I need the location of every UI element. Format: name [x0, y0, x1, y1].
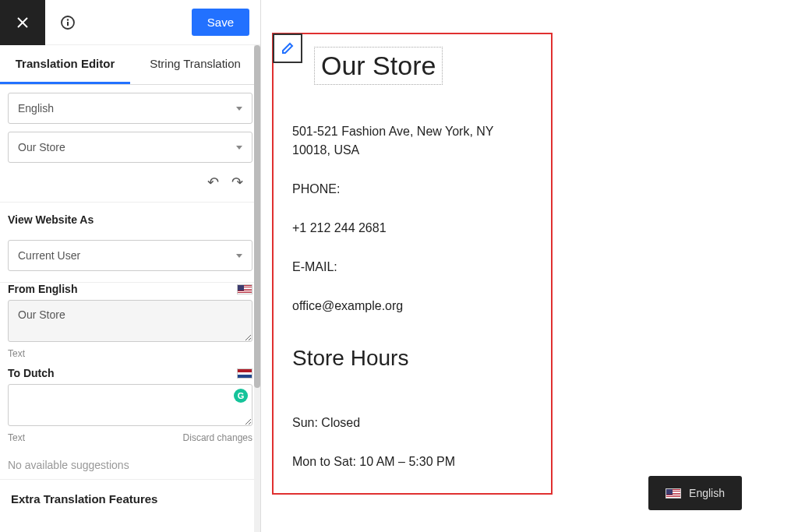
email-text[interactable]: office@example.org	[292, 297, 532, 315]
edit-block-button[interactable]	[273, 33, 302, 63]
save-button[interactable]: Save	[192, 9, 249, 36]
tabs: Translation Editor String Translation	[0, 45, 260, 85]
language-select[interactable]: English	[8, 93, 252, 124]
discard-changes-link[interactable]: Discard changes	[183, 432, 252, 443]
close-icon	[16, 16, 30, 30]
source-type: Text	[8, 348, 25, 359]
source-textarea	[8, 300, 252, 342]
view-as-section: View Website As Current User	[0, 203, 260, 283]
pencil-icon	[281, 41, 295, 55]
info-icon	[60, 15, 76, 30]
address-text[interactable]: 501-521 Fashion Ave, New York, NY 10018,…	[292, 122, 532, 160]
topbar: Save	[0, 0, 260, 45]
target-label: To Dutch	[8, 367, 55, 379]
flag-nl-icon	[237, 368, 252, 379]
phone-label[interactable]: PHONE:	[292, 180, 532, 199]
chevron-down-icon	[236, 146, 242, 150]
svg-point-3	[67, 19, 69, 20]
sidebar: Save Translation Editor String Translati…	[0, 0, 261, 532]
view-as-value: Current User	[18, 249, 80, 262]
grammarly-icon: G	[234, 389, 248, 403]
flag-us-icon	[237, 284, 252, 294]
hours-week[interactable]: Mon to Sat: 10 AM – 5:30 PM	[292, 453, 532, 471]
language-switcher[interactable]: English	[648, 476, 742, 510]
view-as-select[interactable]: Current User	[8, 240, 252, 271]
email-label[interactable]: E-MAIL:	[292, 258, 532, 277]
target-textarea[interactable]	[8, 384, 252, 426]
flag-us-icon	[666, 488, 681, 499]
view-as-label: View Website As	[0, 203, 260, 232]
chevron-down-icon	[236, 254, 242, 258]
suggestions-text: No available suggestions	[0, 451, 260, 479]
phone-text[interactable]: +1 212 244 2681	[292, 219, 532, 238]
string-select[interactable]: Our Store	[8, 132, 252, 163]
source-label: From English	[8, 283, 77, 295]
preview-pane: Our Store 501-521 Fashion Ave, New York,…	[261, 0, 798, 532]
selected-block[interactable]: Our Store 501-521 Fashion Ave, New York,…	[272, 33, 553, 495]
scrollbar[interactable]	[254, 45, 260, 532]
chevron-down-icon	[236, 107, 242, 111]
page-title[interactable]: Our Store	[314, 47, 443, 85]
string-select-value: Our Store	[18, 141, 65, 153]
language-select-value: English	[18, 102, 54, 115]
tab-translation-editor[interactable]: Translation Editor	[0, 45, 130, 84]
target-type: Text	[8, 432, 25, 443]
hours-heading[interactable]: Store Hours	[292, 342, 532, 375]
language-section: English Our Store ↶ ↷	[0, 85, 260, 203]
close-button[interactable]	[0, 0, 45, 45]
extra-features-heading: Extra Translation Features	[0, 480, 260, 518]
language-switcher-label: English	[689, 487, 725, 499]
info-button[interactable]	[45, 0, 90, 45]
translation-fields: From English Text To Dutch G Text Discar…	[0, 283, 260, 479]
svg-rect-4	[67, 22, 69, 26]
tab-string-translation[interactable]: String Translation	[130, 45, 260, 84]
undo-button[interactable]: ↶	[207, 174, 219, 191]
redo-button[interactable]: ↷	[231, 174, 243, 191]
hours-sunday[interactable]: Sun: Closed	[292, 414, 532, 432]
